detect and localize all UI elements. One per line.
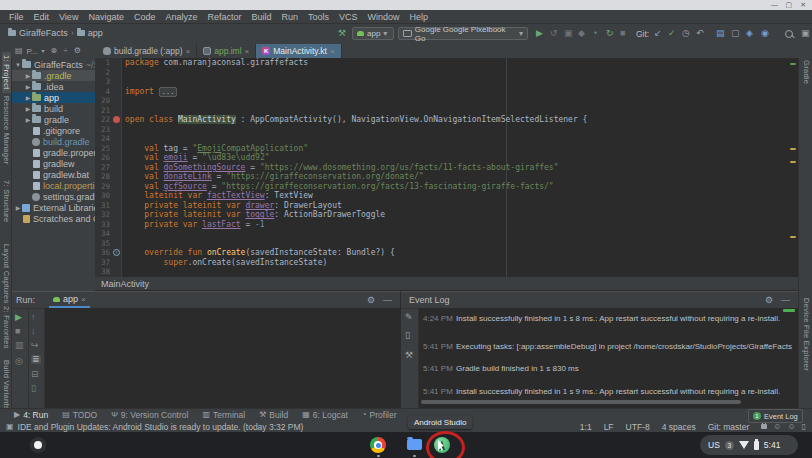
close-tab-icon[interactable]: × bbox=[330, 47, 335, 56]
history-icon[interactable]: ◷ bbox=[682, 29, 690, 38]
close-tab-icon[interactable]: × bbox=[186, 47, 191, 56]
rerun-icon[interactable]: ↺ bbox=[550, 29, 558, 38]
system-tray[interactable]: US 3 5:41 bbox=[700, 435, 798, 455]
tree-item-app[interactable]: ▶app bbox=[12, 92, 95, 103]
breadcrumb-project[interactable]: GiraffeFacts bbox=[19, 28, 68, 38]
print-icon[interactable]: ⊟ bbox=[31, 370, 39, 379]
panel-settings-icon[interactable]: ⚙ bbox=[74, 47, 81, 55]
stop-icon[interactable]: ■ bbox=[620, 29, 625, 38]
toolwindow-todo[interactable]: ▤TODO bbox=[62, 410, 97, 420]
menu-help[interactable]: Help bbox=[405, 12, 434, 22]
close-icon[interactable]: × bbox=[81, 295, 86, 304]
menu-build[interactable]: Build bbox=[246, 12, 276, 22]
close-tab-icon[interactable]: × bbox=[245, 47, 250, 56]
run-tab-app[interactable]: app × bbox=[49, 292, 90, 308]
device-select[interactable]: Google Google Pixelbook Go ▾ bbox=[398, 27, 528, 40]
smiley-icon[interactable]: ☺ bbox=[787, 422, 795, 431]
smiley-icon[interactable]: ☺ bbox=[773, 422, 781, 431]
launcher-button[interactable] bbox=[30, 437, 46, 453]
restore-layout-icon[interactable]: ▥ bbox=[15, 341, 24, 350]
hector-icon[interactable]: ▯ bbox=[802, 422, 806, 431]
tree-expand-arrow-icon[interactable]: ▶ bbox=[24, 94, 32, 101]
coverage-icon[interactable]: ▣ bbox=[564, 29, 573, 38]
editor-breadcrumb-item[interactable]: MainActivity bbox=[101, 279, 149, 289]
tree-item--gitignore[interactable]: .gitignore bbox=[12, 125, 95, 136]
toolwindow-4-run[interactable]: ▶4: Run bbox=[14, 410, 48, 420]
avd-manager-icon[interactable]: ◉ bbox=[761, 29, 769, 38]
toolwindow-9-version-control[interactable]: Ψ9: Version Control bbox=[111, 410, 188, 420]
toolwindow-6-logcat[interactable]: ▦6: Logcat bbox=[302, 410, 348, 420]
tree-item-local-properties[interactable]: local.properties bbox=[12, 180, 95, 191]
minimize-window-icon[interactable]: — bbox=[771, 1, 778, 9]
notifications-icon[interactable]: ▣ bbox=[801, 29, 810, 38]
tree-item-gradle-properties[interactable]: gradle.properties bbox=[12, 147, 95, 158]
menu-vcs[interactable]: VCS bbox=[334, 12, 363, 22]
git-branch[interactable]: Git: master bbox=[708, 422, 750, 432]
hide-panel-icon[interactable]: ⊗ bbox=[51, 47, 58, 55]
tab-mainactivity-kt[interactable]: KMainActivity.kt× bbox=[256, 44, 341, 58]
sdk-manager-icon[interactable]: ◈ bbox=[746, 29, 753, 38]
clear-events-icon[interactable]: ▯ bbox=[405, 331, 410, 340]
tree-item-gradlew[interactable]: gradlew bbox=[12, 158, 95, 169]
tree-item--idea[interactable]: ▶.idea bbox=[12, 81, 95, 92]
readonly-lock-icon[interactable] bbox=[761, 424, 767, 429]
gear-icon[interactable]: ⚙ bbox=[765, 295, 773, 305]
tree-item-gradlew-bat[interactable]: gradlew.bat bbox=[12, 169, 95, 180]
tree-item-scratches-and-consoles[interactable]: Scratches and Consoles bbox=[12, 213, 95, 224]
tree-expand-arrow-icon[interactable]: ▶ bbox=[24, 83, 32, 90]
gear-icon[interactable]: ⚙ bbox=[367, 295, 375, 305]
status-message[interactable]: IDE and Plugin Updates: Android Studio i… bbox=[18, 422, 304, 432]
menu-tools[interactable]: Tools bbox=[303, 12, 334, 22]
line-ending[interactable]: LF bbox=[604, 422, 614, 432]
run-icon[interactable]: ▶ bbox=[536, 29, 543, 38]
stripe-layout-captures[interactable]: Layout Captures bbox=[2, 244, 11, 304]
down-stack-icon[interactable]: ↓ bbox=[31, 327, 36, 336]
tree-expand-arrow-icon[interactable]: ▼ bbox=[14, 62, 22, 68]
event-log-notification-chip[interactable]: 1 Event Log bbox=[748, 409, 803, 423]
menu-refactor[interactable]: Refactor bbox=[202, 12, 246, 22]
stripe-resource-manager[interactable]: Resource Manager bbox=[2, 96, 11, 165]
menu-navigate[interactable]: Navigate bbox=[83, 12, 129, 22]
build-hammer-icon[interactable]: ⚒ bbox=[338, 29, 346, 38]
toolwindow-build[interactable]: ⚒Build bbox=[259, 410, 288, 420]
search-everywhere-icon[interactable] bbox=[785, 30, 793, 38]
tree-item-build-gradle[interactable]: build.gradle bbox=[12, 136, 95, 147]
stop-app-icon[interactable]: ■ bbox=[15, 327, 20, 336]
rollback-icon[interactable]: ↶ bbox=[696, 29, 704, 38]
soft-wrap-icon[interactable]: ↪ bbox=[31, 341, 39, 350]
stripe-7-structure[interactable]: 7: Structure bbox=[2, 180, 11, 222]
update-project-icon[interactable]: ↙ bbox=[654, 29, 662, 38]
minimize-icon[interactable]: — bbox=[781, 295, 790, 305]
horizontal-scrollbar[interactable] bbox=[421, 400, 741, 404]
debug-icon[interactable]: ◆ bbox=[578, 29, 585, 38]
close-window-icon[interactable]: ✕ bbox=[800, 1, 806, 9]
stripe-2-favorites[interactable]: 2: Favorites bbox=[2, 306, 11, 349]
eventlog-wrench-icon[interactable]: ⚒ bbox=[405, 351, 413, 360]
update-info-icon[interactable]: ▣ bbox=[6, 423, 14, 431]
rerun-app-icon[interactable]: ▶ bbox=[15, 313, 22, 322]
up-stack-icon[interactable]: ↑ bbox=[31, 313, 36, 322]
run-console[interactable] bbox=[45, 308, 400, 408]
filter-events-icon[interactable]: ✎ bbox=[405, 313, 413, 322]
expand-collapse-icon[interactable]: ÷ bbox=[63, 47, 67, 55]
tree-expand-arrow-icon[interactable]: ▶ bbox=[24, 116, 32, 123]
project-view-dropdown[interactable]: P... bbox=[27, 47, 38, 56]
breadcrumb-app[interactable]: app bbox=[88, 28, 103, 38]
menu-edit[interactable]: Edit bbox=[29, 12, 55, 22]
menu-window[interactable]: Window bbox=[363, 12, 405, 22]
stripe-1-project[interactable]: 1: Project bbox=[2, 52, 11, 93]
tree-item-settings-gradle[interactable]: settings.gradle bbox=[12, 191, 95, 202]
apply-changes-icon[interactable]: ↻ bbox=[606, 29, 614, 38]
tree-item-external-libraries[interactable]: ▶External Libraries bbox=[12, 202, 95, 213]
chrome-icon[interactable] bbox=[370, 437, 386, 453]
clear-console-icon[interactable]: ▯ bbox=[31, 384, 36, 393]
menu-view[interactable]: View bbox=[54, 12, 83, 22]
tab-app-iml[interactable]: app.iml× bbox=[197, 44, 256, 58]
tree-item--gradle[interactable]: ▶.gradle bbox=[12, 70, 95, 81]
profile-icon[interactable]: ◔ bbox=[592, 29, 597, 38]
sync-project-icon[interactable]: ▤ bbox=[716, 29, 725, 38]
tree-item-gradle[interactable]: ▶gradle bbox=[12, 114, 95, 125]
tab-build-gradle-app-[interactable]: build.gradle (:app)× bbox=[97, 44, 197, 58]
stripe-device-file-explorer[interactable]: Device File Explorer bbox=[802, 298, 811, 371]
event-log-content[interactable]: 4:24 PMInstall successfully finished in … bbox=[419, 308, 798, 408]
